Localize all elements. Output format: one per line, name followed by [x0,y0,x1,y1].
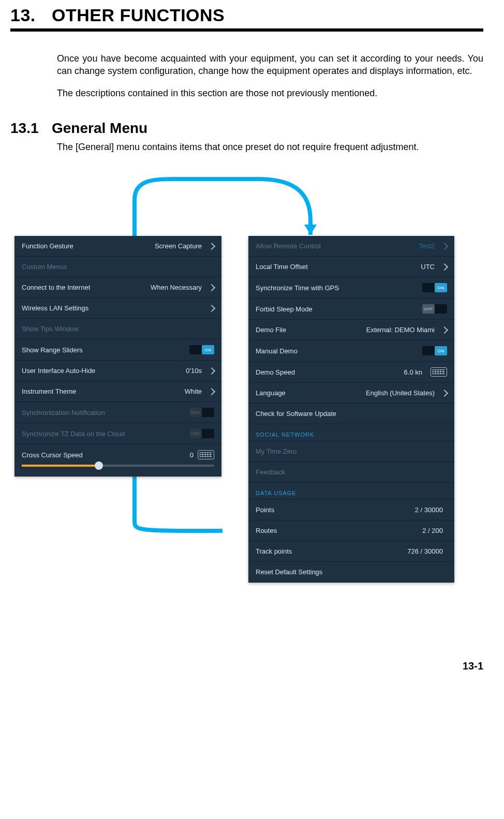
label: Points [256,506,415,514]
slider-fill [22,465,99,467]
row-routes: Routes 2 / 200 [248,520,454,541]
row-my-time-zero: My Time Zero [248,441,454,462]
label: Cross Cursor Speed [22,451,83,459]
toggle-knob: OFF [189,429,202,438]
keyboard-icon[interactable] [198,450,214,459]
row-allow-remote: Allow Remote Control Test2 [248,236,454,257]
row-manual-demo[interactable]: Manual Demo ON [248,340,454,362]
slider-thumb[interactable] [95,461,103,470]
toggle-off[interactable]: OFF [422,304,447,314]
label: Track points [256,547,407,555]
value: 726 / 30000 [407,547,443,555]
label: Reset Default Settings [256,568,447,576]
section-name: General Menu [52,120,147,136]
value: When Necessary [151,284,202,291]
chevron-right-icon [208,305,215,312]
label: Instrument Theme [22,388,185,395]
value: 6.0 kn [404,368,422,376]
section-header-data-usage: DATA USAGE [248,483,454,500]
page-number: 13-1 [10,660,483,672]
row-sync-gps[interactable]: Synchronize Time with GPS ON [248,277,454,299]
value: English (United States) [366,389,435,397]
label: Show Tips Window [22,325,214,333]
row-points: Points 2 / 30000 [248,500,454,520]
row-demo-speed[interactable]: Demo Speed 6.0 kn [248,362,454,383]
label: My Time Zero [256,448,447,455]
label: Demo File [256,326,366,334]
row-check-update[interactable]: Check for Software Update [248,404,454,424]
row-forbid-sleep[interactable]: Forbid Sleep Mode OFF [248,299,454,320]
row-sync-tz-cloud: Synchronize TZ Data on the Cloud OFF [14,423,221,444]
toggle-off: OFF [189,408,214,417]
label: Check for Software Update [256,410,447,418]
row-wireless-lan[interactable]: Wireless LAN Settings [14,298,221,319]
label: User Interface Auto-Hide [22,367,186,375]
label: Language [256,389,366,397]
label: Function Gesture [22,242,155,250]
chevron-right-icon [441,263,448,271]
label: Synchronize TZ Data on the Cloud [22,430,189,438]
row-local-time-offset[interactable]: Local Time Offset UTC [248,257,454,277]
toggle-on[interactable]: ON [422,346,447,355]
row-cross-cursor-speed[interactable]: Cross Cursor Speed 0 [14,444,221,476]
chevron-right-icon [208,284,215,291]
toggle-knob: OFF [422,304,435,314]
row-language[interactable]: Language English (United States) [248,383,454,404]
toggle-off: OFF [189,429,214,438]
row-reset-default[interactable]: Reset Default Settings [248,562,454,583]
keyboard-icon[interactable] [431,367,447,377]
chevron-right-icon [208,367,215,375]
label: Forbid Sleep Mode [256,305,422,313]
settings-panel-right: Allow Remote Control Test2 Local Time Of… [248,236,454,583]
label: Routes [256,527,422,534]
section-header-social: SOCIAL NETWORK [248,424,454,441]
chevron-right-icon [441,390,448,397]
label: Synchronization Notification [22,409,189,416]
row-custom-menus: Custom Menus [14,257,221,277]
slider-track[interactable] [22,465,214,467]
label: Feedback [256,468,447,476]
value: White [185,388,202,395]
label: Manual Demo [256,347,422,355]
row-function-gesture[interactable]: Function Gesture Screen Capture [14,236,221,257]
value: Screen Capture [155,242,202,250]
intro-paragraph-1: Once you have become acquainted with you… [57,52,483,78]
label: Show Range Sliders [22,346,189,354]
label: Custom Menus [22,263,214,271]
intro-paragraph-2: The descriptions contained in this secti… [57,87,483,99]
label: Connect to the Internet [22,284,151,291]
row-instrument-theme[interactable]: Instrument Theme White [14,381,221,402]
figure-area: Function Gesture Screen Capture Custom M… [10,169,483,650]
section-paragraph: The [General] menu contains items that o… [57,141,483,153]
chevron-right-icon [208,243,215,250]
value: 2 / 30000 [415,506,443,514]
toggle-on[interactable]: ON [422,283,447,292]
settings-panel-left: Function Gesture Screen Capture Custom M… [14,236,221,476]
label: Wireless LAN Settings [22,304,206,312]
row-show-range-sliders[interactable]: Show Range Sliders ON [14,339,221,361]
row-feedback: Feedback [248,462,454,483]
row-sync-notification: Synchronization Notification OFF [14,402,221,423]
value: External: DEMO Miami [366,326,435,334]
value: Test2 [419,242,435,250]
toggle-knob: OFF [189,408,202,417]
toggle-on[interactable]: ON [189,345,214,354]
chevron-right-icon [441,243,448,250]
chevron-right-icon [441,326,448,334]
label: Local Time Offset [256,263,421,271]
chapter-number: 13. [10,5,52,25]
toggle-knob: ON [435,346,447,355]
value: UTC [421,263,435,271]
row-connect-internet[interactable]: Connect to the Internet When Necessary [14,277,221,298]
toggle-knob: ON [435,283,447,292]
value: 0'10s [186,367,202,375]
row-ui-autohide[interactable]: User Interface Auto-Hide 0'10s [14,361,221,381]
chevron-right-icon [208,388,215,395]
value: 2 / 200 [422,527,443,534]
row-demo-file[interactable]: Demo File External: DEMO Miami [248,320,454,340]
chapter-title: 13.OTHER FUNCTIONS [10,5,483,32]
label: Synchronize Time with GPS [256,284,422,292]
label: Demo Speed [256,368,404,376]
row-track-points: Track points 726 / 30000 [248,541,454,562]
section-title: 13.1General Menu [10,120,483,137]
